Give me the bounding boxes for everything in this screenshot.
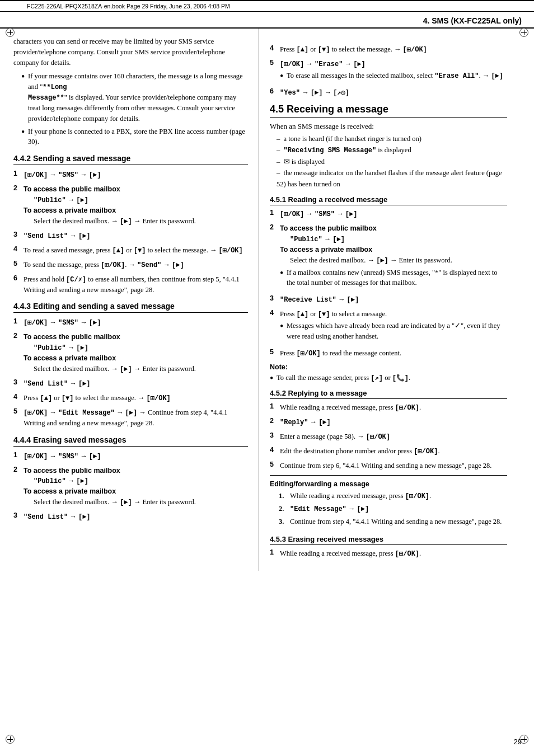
s444-step4-content: Press [▲] or [▼] to select the message. … xyxy=(280,44,507,55)
s452-title: 4.5.2 Replying to a message xyxy=(270,389,507,399)
s451-step5-content: Press [⊞/OK] to read the message content… xyxy=(280,348,507,359)
s444-step6-num: 6 xyxy=(270,87,280,95)
bullet-text-s451-2: If a mailbox contains new (unread) SMS m… xyxy=(287,267,507,289)
col-left: characters you can send or receive may b… xyxy=(0,29,259,571)
s453-step1-content: While reading a received message, press … xyxy=(280,548,507,559)
bullet-text-s451-4: Messages which have already been read ar… xyxy=(287,321,507,342)
s443-step2-num: 2 xyxy=(13,332,24,340)
s451-pub-label: To access the public mailbox xyxy=(280,223,507,234)
s451-note-bullet: • To call the message sender, press [↗] … xyxy=(270,373,507,383)
chapter-title: 4. SMS (KX-FC225AL only) xyxy=(423,16,522,25)
s444-pub-code: "Public" → [►] xyxy=(34,476,248,486)
s442-step3-content: "Send List" → [►] xyxy=(24,231,248,241)
bullet-item-2: • If your phone is connected to a PBX, s… xyxy=(21,126,248,148)
s452-edit-title: Editing/forwarding a message xyxy=(270,480,507,488)
s45-dash3: – ✉ is displayed xyxy=(277,156,507,167)
s443-title: 4.4.3 Editing and sending a saved messag… xyxy=(13,302,248,313)
s442-step6: 6 Press and hold [C/✗] to erase all numb… xyxy=(13,274,248,295)
s443-step2: 2 To access the public mailbox "Public" … xyxy=(13,332,248,374)
page: FC225-226AL-PFQX2518ZA-en.book Page 29 F… xyxy=(0,0,534,756)
s452-step3-content: Enter a message (page 58). → [⊞/OK] xyxy=(280,431,507,442)
s451-step3-num: 3 xyxy=(270,294,280,302)
s452-step2-content: "Reply" → [►] xyxy=(280,417,507,428)
s443-pub-label: To access the public mailbox xyxy=(24,332,248,342)
main-content: characters you can send or receive may b… xyxy=(0,29,534,571)
s452-step4-content: Edit the destination phone number and/or… xyxy=(280,446,507,457)
crosshair-bl xyxy=(7,736,13,742)
s452-step1-content: While reading a received message, press … xyxy=(280,402,507,413)
s443-step3-num: 3 xyxy=(13,378,24,386)
s444-step1-content: [⊞/OK] → "SMS" → [►] xyxy=(24,451,248,462)
divider-edit xyxy=(270,475,507,476)
s442-pub-code: "Public" → [►] xyxy=(34,195,248,205)
s451-step2-bullet: • If a mailbox contains new (unread) SMS… xyxy=(280,267,507,289)
s443-step5-content: [⊞/OK] → "Edit Message" → [►] → Continue… xyxy=(24,407,248,429)
s443-step5-num: 5 xyxy=(13,407,24,415)
s442-step4-num: 4 xyxy=(13,245,24,253)
s443-step1: 1 [⊞/OK] → "SMS" → [►] xyxy=(13,317,248,328)
s452-edit-step3-num: 3. xyxy=(279,516,290,527)
s45-dashes: – a tone is heard (if the handset ringer… xyxy=(277,133,507,190)
s444-priv-text: Select the desired mailbox. → [►] → Ente… xyxy=(34,497,248,508)
s452-edit-steps: 1. While reading a received message, pre… xyxy=(279,491,507,527)
s451-step4-num: 4 xyxy=(270,309,280,317)
s442-priv-text: Select the desired mailbox. → [►] → Ente… xyxy=(34,216,248,227)
s443-step1-content: [⊞/OK] → "SMS" → [►] xyxy=(24,317,248,328)
s442-step5-content: To send the message, press [⊞/OK]. → "Se… xyxy=(24,260,248,270)
bullet-dot-s451-4: • xyxy=(280,321,287,331)
s452-step1: 1 While reading a received message, pres… xyxy=(270,402,507,413)
s442-priv-label: To access a private mailbox xyxy=(24,205,248,216)
s452-step5-num: 5 xyxy=(270,461,280,468)
s442-step2: 2 To access the public mailbox "Public" … xyxy=(13,184,248,227)
s45-dash1: – a tone is heard (if the handset ringer… xyxy=(277,133,507,144)
s442-step2-content: To access the public mailbox "Public" → … xyxy=(24,184,248,227)
note-text: To call the message sender, press [↗] or… xyxy=(277,373,410,383)
s451-step2-num: 2 xyxy=(270,223,280,231)
s444-title: 4.4.4 Erasing saved messages xyxy=(13,435,248,447)
s443-priv-label: To access a private mailbox xyxy=(24,353,248,364)
page-header: 4. SMS (KX-FC225AL only) xyxy=(0,12,534,29)
s452-edit-step1-text: While reading a received message, press … xyxy=(290,491,431,501)
s444-step3-content: "Send List" → [►] xyxy=(24,511,248,522)
bullet-dot-note: • xyxy=(270,373,277,383)
intro-para: characters you can send or receive may b… xyxy=(13,36,248,68)
s453-step1: 1 While reading a received message, pres… xyxy=(270,548,507,559)
s451-step1-num: 1 xyxy=(270,209,280,217)
s443-priv-text: Select the desired mailbox. → [►] → Ente… xyxy=(34,364,248,374)
top-bar: FC225-226AL-PFQX2518ZA-en.book Page 29 F… xyxy=(0,0,534,12)
s443-step5: 5 [⊞/OK] → "Edit Message" → [►] → Contin… xyxy=(13,407,248,429)
crosshair-tr xyxy=(521,30,527,35)
s452-step5: 5 Continue from step 6, "4.4.1 Writing a… xyxy=(270,461,507,471)
s444-step3-num: 3 xyxy=(13,511,24,519)
s444-step5-num: 5 xyxy=(270,59,280,67)
bullet-dot-1: • xyxy=(21,72,28,82)
s451-title: 4.5.1 Reading a received message xyxy=(270,195,507,205)
s451-step4-content: Press [▲] or [▼] to select a message. • … xyxy=(280,309,507,344)
s451-priv-text: Select the desired mailbox. → [►] → Ente… xyxy=(290,255,507,266)
bullet-text-1: If your message contains over 160 charac… xyxy=(28,71,248,124)
s443-step4-num: 4 xyxy=(13,393,24,401)
s444-priv-label: To access a private mailbox xyxy=(24,486,248,497)
s453-step1-num: 1 xyxy=(270,548,280,556)
s452-step3-num: 3 xyxy=(270,431,280,439)
s452-edit-step3-text: Continue from step 4, "4.4.1 Writing and… xyxy=(290,516,502,527)
s452-step4: 4 Edit the destination phone number and/… xyxy=(270,446,507,457)
s452-step2: 2 "Reply" → [►] xyxy=(270,417,507,428)
s452-step4-num: 4 xyxy=(270,446,280,454)
s443-step4: 4 Press [▲] or [▼] to select the message… xyxy=(13,393,248,403)
s452-step2-num: 2 xyxy=(270,417,280,425)
s442-step2-num: 2 xyxy=(13,184,24,192)
s442-step3: 3 "Send List" → [►] xyxy=(13,231,248,241)
s443-step3: 3 "Send List" → [►] xyxy=(13,378,248,389)
bullet-dot-s451-2: • xyxy=(280,268,287,278)
s452-step3: 3 Enter a message (page 58). → [⊞/OK] xyxy=(270,431,507,442)
s451-note-label: Note: xyxy=(270,363,288,371)
s451-step3: 3 "Receive List" → [►] xyxy=(270,294,507,305)
s45-dash2: – "Receiving SMS Message" is displayed xyxy=(277,144,507,156)
s442-step1: 1 [⊞/OK] → "SMS" → [►] xyxy=(13,170,248,180)
s444-step3: 3 "Send List" → [►] xyxy=(13,511,248,522)
s443-pub-code: "Public" → [►] xyxy=(34,342,248,353)
s444-step2: 2 To access the public mailbox "Public" … xyxy=(13,466,248,508)
s452-edit-step2: 2. "Edit Message" → [►] xyxy=(279,504,507,514)
s442-step4: 4 To read a saved message, press [▲] or … xyxy=(13,245,248,256)
